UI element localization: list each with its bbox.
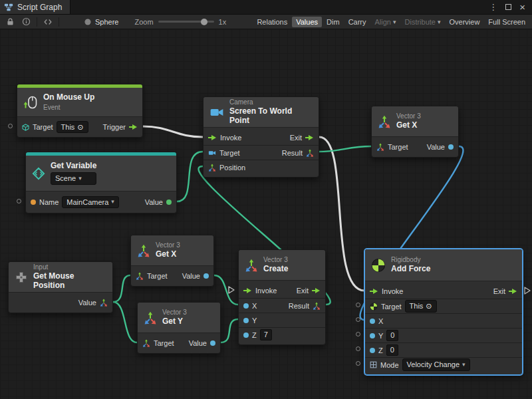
graph-canvas[interactable]: On Mouse Up Event Target This⊙ Trigger <box>0 29 532 399</box>
z-value-field[interactable]: 7 <box>260 329 272 340</box>
this-chip[interactable]: This⊙ <box>57 121 88 133</box>
object-port-dot[interactable] <box>166 200 172 205</box>
float-port-dot[interactable] <box>210 340 215 346</box>
graph-owner[interactable]: Sphere <box>80 18 122 26</box>
z-port-ext[interactable] <box>356 346 360 351</box>
z-value-field[interactable]: 0 <box>386 344 398 356</box>
create-invoke-triangle[interactable] <box>229 287 234 293</box>
close-icon[interactable]: × <box>519 2 525 12</box>
variable-name-dropdown[interactable]: MainCamera▾ <box>62 196 119 208</box>
node-screen-to-world-point[interactable]: Camera Screen To World Point Invoke Exit… <box>203 96 319 178</box>
this-chip[interactable]: This⊙ <box>405 300 437 312</box>
float-port-dot[interactable] <box>203 273 209 279</box>
vector3-port-icon[interactable] <box>136 272 144 280</box>
name-port-ext[interactable] <box>17 199 21 203</box>
node-add-force[interactable]: Rigidbody Add Force Invoke Exit Target T… <box>364 249 523 375</box>
port-row-x[interactable]: X <box>365 313 522 328</box>
node-vector3-get-x-mid[interactable]: Vector 3 Get X Target Value <box>130 235 214 287</box>
dim-button[interactable]: Dim <box>323 17 344 27</box>
carry-button[interactable]: Carry <box>344 17 370 27</box>
vector3-port-icon[interactable] <box>376 143 384 151</box>
node-on-mouse-up[interactable]: On Mouse Up Event Target This⊙ Trigger <box>17 84 143 138</box>
edit-graph-button[interactable] <box>41 16 55 28</box>
port-row-z[interactable]: Z 0 <box>365 342 522 357</box>
y-port-ext[interactable] <box>356 332 360 336</box>
port-row-target-result[interactable]: Target Result <box>203 145 319 160</box>
port-row-position[interactable]: Position <box>203 160 319 174</box>
float-port-dot[interactable] <box>370 348 375 353</box>
tab-script-graph[interactable]: Script Graph <box>0 0 70 14</box>
port-row-x-result[interactable]: X Result <box>239 298 325 313</box>
exec-arrow-icon[interactable] <box>370 288 378 295</box>
port-row-z[interactable]: Z 7 <box>239 327 325 342</box>
exec-arrow-icon[interactable] <box>305 134 314 141</box>
wire-trigger-to-invoke[interactable] <box>143 126 203 137</box>
node-get-mouse-position[interactable]: Input Get Mouse Position Value <box>8 261 113 313</box>
float-port-dot[interactable] <box>243 303 249 309</box>
mode-port-ext[interactable] <box>356 361 360 366</box>
distribute-dropdown[interactable]: Distribute▾ <box>401 17 445 27</box>
port-row-y[interactable]: Y 0 <box>365 328 522 342</box>
mode-dropdown[interactable]: Velocity Change▾ <box>402 358 470 370</box>
exec-arrow-icon[interactable] <box>208 134 217 141</box>
port-row-invoke-exit[interactable]: Invoke Exit <box>365 284 522 299</box>
target-port-ext[interactable] <box>356 303 360 307</box>
rigidbody-port-icon[interactable] <box>370 303 378 311</box>
enum-grid-icon[interactable] <box>370 361 377 368</box>
maximize-icon[interactable] <box>505 4 511 10</box>
wire-exit-to-addforce-invoke[interactable] <box>319 137 364 291</box>
port-row-target-value[interactable]: Target Value <box>131 269 213 283</box>
relations-button[interactable]: Relations <box>253 17 291 27</box>
vector3-port-icon[interactable] <box>142 339 150 347</box>
node-vector3-get-y[interactable]: Vector 3 Get Y Target Value <box>137 302 221 354</box>
wire-gety-value-to-create-y[interactable] <box>221 319 238 342</box>
vector3-port-icon[interactable] <box>100 299 108 307</box>
float-port-dot[interactable] <box>243 332 249 338</box>
wire-result-to-getx-target[interactable] <box>319 146 371 152</box>
port-row-mode[interactable]: Mode Velocity Change▾ <box>365 357 522 372</box>
float-port-dot[interactable] <box>448 144 454 150</box>
port-row-target-value[interactable]: Target Value <box>372 140 458 154</box>
float-port-dot[interactable] <box>370 319 375 324</box>
vector3-port-icon[interactable] <box>306 149 314 157</box>
port-row-value[interactable]: Value <box>9 295 112 310</box>
port-row-invoke-exit[interactable]: Invoke Exit <box>203 130 319 145</box>
node-vector3-create[interactable]: Vector 3 Create Invoke Exit X Result <box>238 249 326 345</box>
port-row-y[interactable]: Y <box>239 313 325 327</box>
exec-arrow-icon[interactable] <box>129 124 138 130</box>
camera-port-icon[interactable] <box>208 149 216 157</box>
target-port-ext[interactable] <box>8 124 13 128</box>
y-value-field[interactable]: 0 <box>386 330 398 341</box>
port-row-invoke-exit[interactable]: Invoke Exit <box>239 283 325 298</box>
wire-mousepos-to-gety-target[interactable] <box>113 302 137 342</box>
values-button[interactable]: Values <box>292 17 322 27</box>
port-row-name-value[interactable]: Name MainCamera▾ Value <box>26 193 176 211</box>
node-get-variable[interactable]: Get Variable Scene▾ Name MainCamera▾ Val… <box>25 152 177 213</box>
port-row-target-trigger[interactable]: Target This⊙ Trigger <box>17 118 142 136</box>
port-row-target-value[interactable]: Target Value <box>138 336 220 350</box>
exec-arrow-icon[interactable] <box>243 287 252 294</box>
x-port-ext[interactable] <box>356 317 360 322</box>
wire-mousepos-to-getx-target[interactable] <box>113 275 130 302</box>
node-vector3-get-x-top[interactable]: Vector 3 Get X Target Value <box>371 106 459 158</box>
wire-variable-value-to-target[interactable] <box>177 152 203 201</box>
float-port-dot[interactable] <box>370 333 375 338</box>
lock-button[interactable] <box>3 16 17 28</box>
overview-button[interactable]: Overview <box>446 17 484 27</box>
exec-arrow-icon[interactable] <box>509 288 517 295</box>
float-port-dot[interactable] <box>243 318 249 323</box>
zoom-slider[interactable] <box>158 21 214 23</box>
info-button[interactable] <box>19 16 33 28</box>
full-screen-button[interactable]: Full Screen <box>484 17 529 27</box>
menu-kebab-icon[interactable]: ⋮ <box>489 3 497 11</box>
script-graph-icon <box>4 3 13 12</box>
port-row-target[interactable]: Target This⊙ <box>365 299 522 313</box>
zoom-slider-handle[interactable] <box>201 19 207 25</box>
variable-scope-dropdown[interactable]: Scene▾ <box>51 172 96 184</box>
addforce-exit-triangle[interactable] <box>525 287 530 294</box>
vector3-port-icon[interactable] <box>208 164 216 172</box>
align-dropdown[interactable]: Align▾ <box>371 17 400 27</box>
exec-arrow-icon[interactable] <box>312 287 321 294</box>
vector3-port-icon[interactable] <box>313 302 321 310</box>
string-port-dot[interactable] <box>31 200 36 205</box>
